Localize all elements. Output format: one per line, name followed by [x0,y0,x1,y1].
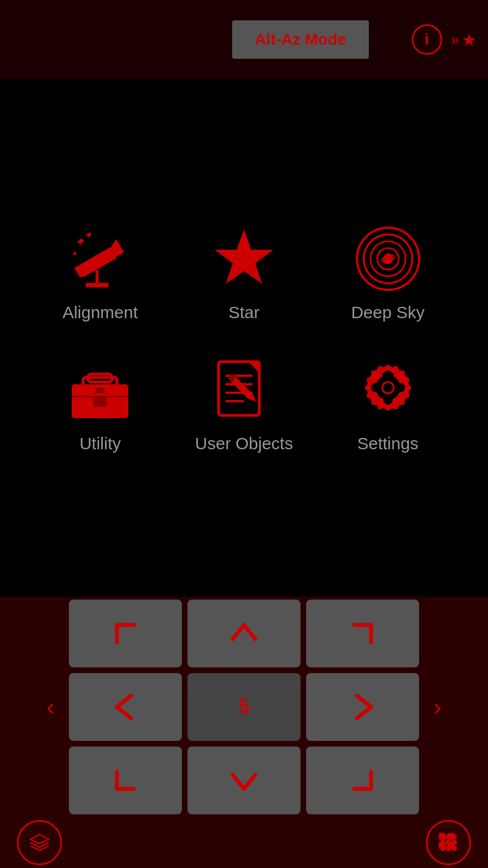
bottom-left-corner-button[interactable] [69,747,182,814]
layers-icon [27,830,52,855]
user-objects-icon [210,356,278,424]
svg-point-58 [440,834,446,840]
top-right-corner-icon [346,617,380,650]
deep-sky-icon [354,225,422,293]
svg-point-59 [446,834,451,840]
svg-point-41 [384,371,393,380]
bottom-panel: ‹ [0,597,488,868]
svg-point-42 [384,396,393,405]
info-icon-label: i [425,31,429,49]
utility-item[interactable]: Utility [34,356,167,453]
alignment-label: Alignment [63,303,138,322]
utility-icon [66,356,134,424]
prev-page-button[interactable]: ‹ [41,689,60,726]
info-button[interactable]: i [412,24,442,55]
svg-point-14 [89,233,91,236]
svg-point-65 [446,845,451,851]
bottom-left-corner-icon [108,763,142,797]
chevron-double-right-icon: » [451,31,459,49]
svg-point-61 [440,840,446,845]
star-label: Star [228,303,259,322]
bottom-footer [0,814,488,865]
alt-az-mode-button[interactable]: Alt-Az Mode [232,20,369,59]
deep-sky-label: Deep Sky [351,303,425,322]
settings-label: Settings [357,434,418,453]
svg-point-13 [80,239,84,242]
up-button[interactable] [188,600,300,667]
deep-sky-item[interactable]: Deep Sky [321,225,454,322]
svg-rect-25 [93,397,107,407]
star-icon: ★ [461,30,477,50]
dpad-grid: 5 [69,600,419,814]
settings-icon [354,356,422,424]
down-button[interactable] [188,747,300,814]
svg-point-39 [381,381,395,394]
svg-point-60 [451,834,457,840]
svg-marker-16 [215,229,273,284]
utility-label: Utility [80,434,121,453]
settings-item[interactable]: Settings [321,356,454,453]
layers-button[interactable] [17,820,62,865]
speed-number: 5 [238,695,250,719]
grid-icon [436,830,461,855]
right-arrow-icon [346,690,380,724]
favorites-button[interactable]: » ★ [451,30,477,50]
svg-point-66 [451,845,457,851]
main-content: Alignment Star Deep Sky [0,79,488,599]
svg-point-62 [446,840,451,845]
alignment-icon [66,225,134,293]
up-arrow-icon [227,617,261,650]
user-objects-label: User Objects [195,434,293,453]
top-right-corner-button[interactable] [306,600,419,667]
user-objects-item[interactable]: User Objects [178,356,311,453]
next-page-button[interactable]: › [428,689,447,726]
grid-button[interactable] [426,820,471,865]
top-left-corner-icon [108,617,142,650]
speed-value[interactable]: 5 [188,673,300,741]
svg-point-43 [371,383,380,392]
star-item[interactable]: Star [178,225,311,322]
star-icon-menu [210,225,278,293]
svg-point-63 [451,840,457,845]
right-button[interactable] [306,673,419,741]
menu-grid: Alignment Star Deep Sky [11,225,477,453]
svg-point-64 [440,845,446,851]
top-left-corner-button[interactable] [69,600,182,667]
down-arrow-icon [227,763,261,797]
left-button[interactable] [69,673,182,741]
left-arrow-icon [108,690,142,724]
bottom-right-corner-icon [346,763,380,797]
svg-rect-9 [75,247,117,278]
alignment-item[interactable]: Alignment [34,225,167,322]
bottom-right-corner-button[interactable] [306,747,419,814]
top-bar: Alt-Az Mode i » ★ [0,0,488,79]
svg-point-44 [396,383,405,392]
dpad-container: ‹ [0,600,488,814]
svg-rect-27 [95,388,104,393]
svg-point-15 [74,252,76,254]
